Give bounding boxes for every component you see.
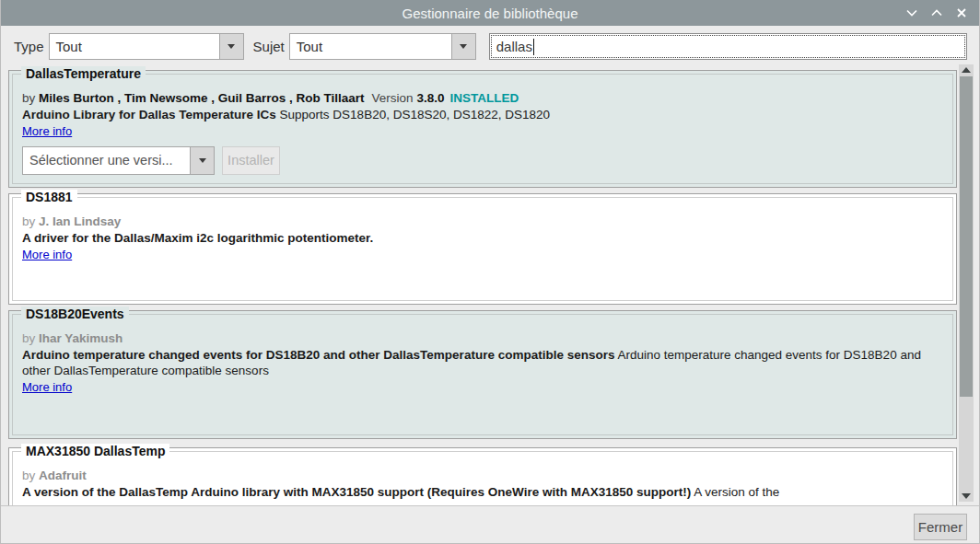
library-name: DS1881 xyxy=(21,190,77,204)
scroll-up-arrow[interactable] xyxy=(959,64,974,75)
install-controls: Sélectionner une versi... Installer xyxy=(22,146,943,175)
type-label: Type xyxy=(14,39,44,54)
scroll-thumb[interactable] xyxy=(960,76,973,397)
byline: by Adafruit xyxy=(22,468,943,484)
type-select-value: Tout xyxy=(50,34,219,59)
entry-frame: DS1881 by J. Ian Lindsay A driver for th… xyxy=(12,197,953,301)
topic-select-button[interactable] xyxy=(451,34,475,59)
type-select[interactable]: Tout xyxy=(49,33,244,60)
window-controls xyxy=(905,0,968,26)
version-select[interactable]: Sélectionner une versi... xyxy=(22,146,215,175)
library-summary: A version of the DallasTemp Arduino libr… xyxy=(22,484,943,500)
authors: Miles Burton , Tim Newsome , Guil Barros… xyxy=(39,91,365,105)
version-select-value: Sélectionner une versi... xyxy=(23,147,190,174)
maximize-icon[interactable] xyxy=(930,6,943,19)
triangle-down-icon xyxy=(962,493,971,499)
authors: J. Ian Lindsay xyxy=(39,214,121,228)
more-info-link[interactable]: More info xyxy=(22,247,72,263)
chevron-down-icon xyxy=(228,44,235,49)
byline: by Miles Burton , Tim Newsome , Guil Bar… xyxy=(22,90,943,107)
library-name: MAX31850 DallasTemp xyxy=(21,444,169,458)
scroll-down-arrow[interactable] xyxy=(959,491,974,502)
library-entry-ds18b20events[interactable]: DS18B20Events by Ihar Yakimush Arduino t… xyxy=(8,310,957,439)
triangle-up-icon xyxy=(962,67,971,73)
library-entry-ds1881[interactable]: DS1881 by J. Ian Lindsay A driver for th… xyxy=(8,193,957,305)
install-button[interactable]: Installer xyxy=(222,146,280,175)
entry-frame: DS18B20Events by Ihar Yakimush Arduino t… xyxy=(12,314,953,435)
library-entry-dallastemperature[interactable]: DallasTemperature by Miles Burton , Tim … xyxy=(8,70,957,188)
library-list: DallasTemperature by Miles Burton , Tim … xyxy=(1,61,979,505)
version-select-button[interactable] xyxy=(190,147,214,174)
byline: by J. Ian Lindsay xyxy=(22,214,943,230)
topic-label: Sujet xyxy=(253,39,285,54)
window-title: Gestionnaire de bibliothèque xyxy=(402,6,578,21)
search-input-text: dallas xyxy=(496,39,532,54)
minimize-icon[interactable] xyxy=(905,6,918,19)
library-summary: Arduino Library for Dallas Temperature I… xyxy=(22,107,943,122)
search-input[interactable]: dallas xyxy=(489,33,967,60)
authors: Adafruit xyxy=(39,469,87,482)
library-name: DallasTemperature xyxy=(21,66,146,81)
scrollbar[interactable] xyxy=(959,64,974,502)
type-select-button[interactable] xyxy=(219,34,243,59)
chevron-down-icon xyxy=(199,158,206,163)
installed-badge: INSTALLED xyxy=(449,91,519,105)
authors: Ihar Yakimush xyxy=(39,331,122,345)
close-dialog-button[interactable]: Fermer xyxy=(914,514,967,540)
library-summary: Arduino temperature changed events for D… xyxy=(22,347,943,378)
close-icon[interactable] xyxy=(955,6,968,19)
topic-select[interactable]: Tout xyxy=(289,33,476,60)
chevron-down-icon xyxy=(460,44,467,49)
more-info-link[interactable]: More info xyxy=(22,123,72,140)
topic-select-value: Tout xyxy=(290,34,451,59)
byline: by Ihar Yakimush xyxy=(22,330,943,347)
text-cursor xyxy=(533,39,534,55)
library-entry-max31850-dallastemp[interactable]: MAX31850 DallasTemp by Adafruit A versio… xyxy=(8,447,957,505)
version-number: 3.8.0 xyxy=(416,91,444,105)
library-summary: A driver for the Dallas/Maxim i2c logari… xyxy=(22,230,943,246)
entry-frame: MAX31850 DallasTemp by Adafruit A versio… xyxy=(12,451,953,505)
title-bar: Gestionnaire de bibliothèque xyxy=(1,0,979,26)
more-info-link[interactable]: More info xyxy=(22,379,72,396)
footer-bar: Fermer xyxy=(1,505,979,544)
library-name: DS18B20Events xyxy=(21,307,129,321)
filter-toolbar: Type Tout Sujet Tout dallas xyxy=(1,26,979,61)
version-label: Version xyxy=(372,91,414,105)
entry-frame: DallasTemperature by Miles Burton , Tim … xyxy=(12,74,953,184)
